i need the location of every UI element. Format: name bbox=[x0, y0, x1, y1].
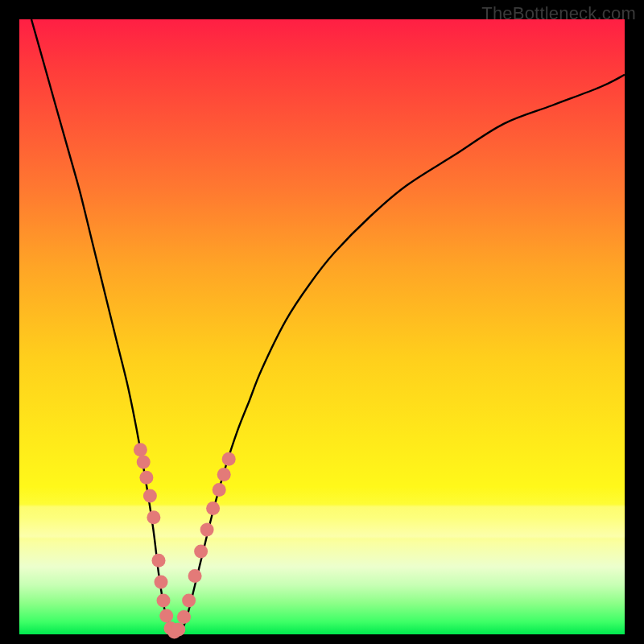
curve-marker bbox=[222, 452, 236, 466]
curve-marker bbox=[152, 554, 166, 568]
curve-marker bbox=[194, 544, 208, 558]
curve-marker bbox=[157, 594, 171, 608]
curve-marker bbox=[159, 609, 173, 623]
curve-marker bbox=[217, 468, 231, 481]
chart-plot-area bbox=[19, 19, 625, 634]
bottleneck-curve bbox=[31, 19, 625, 634]
curve-marker bbox=[137, 456, 151, 469]
curve-marker bbox=[143, 489, 157, 503]
curve-marker bbox=[182, 594, 196, 608]
bottleneck-curve-svg bbox=[19, 19, 625, 634]
curve-marker bbox=[213, 483, 226, 497]
curve-marker bbox=[200, 523, 214, 537]
curve-marker bbox=[171, 622, 185, 636]
curve-markers bbox=[134, 443, 236, 638]
watermark: TheBottleneck.com bbox=[481, 3, 636, 24]
curve-marker bbox=[134, 443, 147, 456]
curve-marker bbox=[177, 610, 191, 624]
curve-marker bbox=[155, 576, 168, 589]
curve-marker bbox=[206, 502, 220, 515]
curve-marker bbox=[188, 569, 202, 583]
curve-marker bbox=[147, 510, 160, 524]
curve-marker bbox=[139, 471, 153, 485]
